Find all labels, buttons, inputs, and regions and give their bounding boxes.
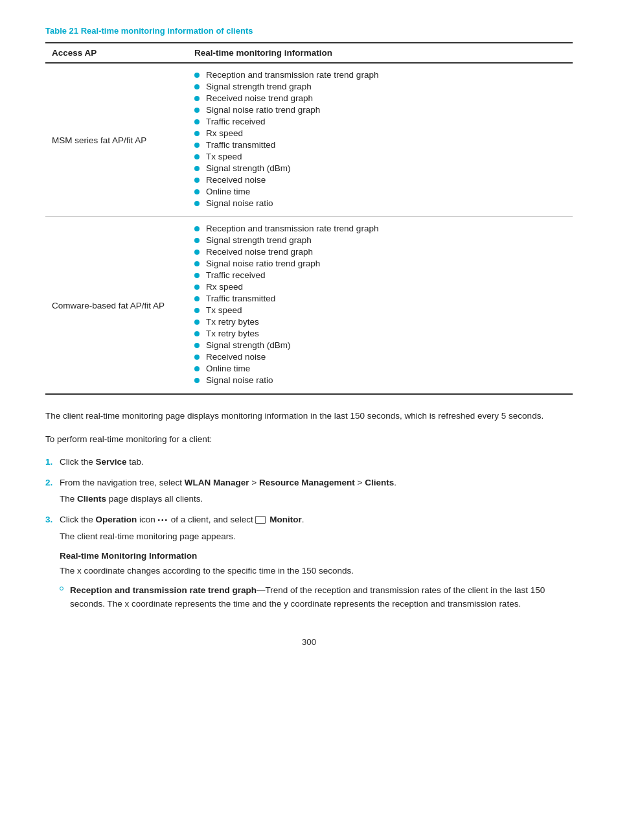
list-item: Signal noise ratio [194, 375, 566, 385]
item-text: Signal strength (dBm) [206, 340, 291, 350]
bullet-icon [194, 238, 200, 243]
item-text: Rx speed [206, 282, 243, 292]
list-item: Traffic received [194, 270, 566, 280]
item-text: Received noise [206, 175, 266, 185]
bullet-icon [194, 131, 200, 136]
bullet-icon [194, 96, 200, 101]
bullet-icon [194, 355, 200, 360]
list-item: Signal strength trend graph [194, 82, 566, 91]
item-text: Traffic transmitted [206, 294, 275, 303]
bullet-icon [194, 273, 200, 278]
list-item: Online time [194, 187, 566, 196]
realtime-section-title: Real-time Monitoring Information [60, 551, 573, 561]
bullet-icon [194, 201, 200, 206]
prose1: The client real-time monitoring page dis… [45, 409, 573, 423]
step-num-3: 3. [45, 513, 60, 527]
item-text: Reception and transmission rate trend gr… [206, 224, 378, 233]
item-text: Received noise trend graph [206, 247, 313, 257]
list-item: Signal strength trend graph [194, 235, 566, 245]
step-2: 2.From the navigation tree, select WLAN … [45, 476, 573, 506]
bullet-icon [194, 285, 200, 290]
list-item: Rx speed [194, 282, 566, 292]
item-text: Tx retry bytes [206, 317, 259, 327]
prose2: To perform real-time monitoring for a cl… [45, 432, 573, 447]
step-3-sub: The client real-time monitoring page app… [60, 530, 236, 544]
item-text: Signal noise ratio [206, 198, 273, 208]
bullet-icon [194, 226, 200, 231]
list-item: Rx speed [194, 128, 566, 138]
step-1: 1.Click the Service tab. [45, 455, 573, 469]
item-text: Signal strength trend graph [206, 235, 312, 245]
list-item: Signal strength (dBm) [194, 163, 566, 173]
list-item: Tx retry bytes [194, 329, 566, 338]
table-title: Table 21 Real-time monitoring informatio… [45, 26, 573, 36]
bullet-icon [194, 166, 200, 171]
bullet-icon [194, 189, 200, 194]
step-content-3: Click the Operation icon ••• of a client… [60, 513, 304, 527]
bullet-icon [194, 73, 200, 78]
item-text: Received noise [206, 352, 266, 362]
bullet-icon [194, 366, 200, 371]
table-row: MSM series fat AP/fit APReception and tr… [45, 63, 573, 217]
realtime-section: Real-time Monitoring Information The x c… [45, 551, 573, 611]
sub-bullet-icon [60, 587, 63, 590]
list-item: Reception and transmission rate trend gr… [194, 70, 566, 80]
list-item: Traffic transmitted [194, 140, 566, 150]
item-text: Traffic transmitted [206, 140, 275, 150]
bullet-icon [194, 250, 200, 255]
list-item: Tx speed [194, 152, 566, 161]
list-item: Received noise [194, 175, 566, 185]
bullet-icon [194, 331, 200, 336]
item-text: Traffic received [206, 117, 266, 126]
list-item: Tx speed [194, 305, 566, 315]
bullet-icon [194, 178, 200, 183]
page-number: 300 [45, 637, 573, 647]
bullet-icon [194, 320, 200, 325]
step-num-1: 1. [45, 455, 60, 469]
item-text: Online time [206, 364, 250, 373]
step-content-2: From the navigation tree, select WLAN Ma… [60, 476, 396, 490]
list-item: Received noise [194, 352, 566, 362]
monitoring-items: Reception and transmission rate trend gr… [188, 217, 573, 395]
list-item: Tx retry bytes [194, 317, 566, 327]
item-text: Tx retry bytes [206, 329, 259, 338]
list-item: Received noise trend graph [194, 247, 566, 257]
item-text: Signal strength (dBm) [206, 163, 291, 173]
list-item: Traffic transmitted [194, 294, 566, 303]
item-text: Tx speed [206, 305, 242, 315]
item-text: Signal strength trend graph [206, 82, 312, 91]
item-text: Online time [206, 187, 250, 196]
coord-note: The x coordinate changes according to th… [60, 564, 573, 578]
item-text: Traffic received [206, 270, 266, 280]
bullet-icon [194, 154, 200, 159]
bullet-icon [194, 108, 200, 113]
bullet-icon [194, 119, 200, 124]
monitoring-items: Reception and transmission rate trend gr… [188, 63, 573, 217]
list-item: Received noise trend graph [194, 93, 566, 103]
bullet-icon [194, 261, 200, 266]
col2-header: Real-time monitoring information [188, 43, 573, 63]
monitoring-table: Access AP Real-time monitoring informati… [45, 42, 573, 395]
ap-name: MSM series fat AP/fit AP [45, 63, 188, 217]
list-item: Online time [194, 364, 566, 373]
item-text: Tx speed [206, 152, 242, 161]
bullet-icon [194, 143, 200, 148]
list-item: Traffic received [194, 117, 566, 126]
item-text: Rx speed [206, 128, 243, 138]
step-2-sub: The Clients page displays all clients. [60, 492, 203, 506]
bullet-icon [194, 308, 200, 313]
item-text: Signal noise ratio trend graph [206, 105, 320, 115]
item-text: Reception and transmission rate trend gr… [206, 70, 378, 80]
step-num-2: 2. [45, 476, 60, 490]
bullet-icon [194, 378, 200, 383]
step-3: 3.Click the Operation icon ••• of a clie… [45, 513, 573, 543]
col1-header: Access AP [45, 43, 188, 63]
sub-bullet-item: Reception and transmission rate trend gr… [60, 583, 573, 611]
list-item: Signal noise ratio trend graph [194, 259, 566, 268]
list-item: Signal noise ratio trend graph [194, 105, 566, 115]
steps-list: 1.Click the Service tab.2.From the navig… [45, 455, 573, 543]
item-text: Signal noise ratio [206, 375, 273, 385]
sub-bullet-text: Reception and transmission rate trend gr… [70, 583, 573, 611]
bullet-icon [194, 84, 200, 89]
list-item: Signal strength (dBm) [194, 340, 566, 350]
